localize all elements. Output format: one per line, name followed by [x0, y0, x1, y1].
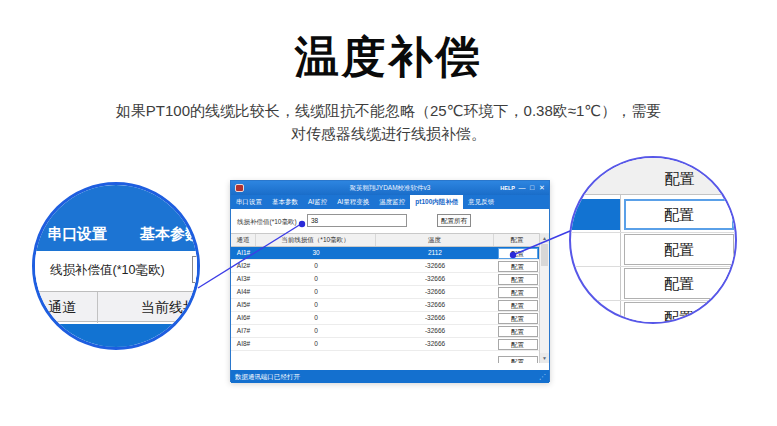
magnified-header-channel: 通道 — [48, 299, 76, 317]
scroll-up-icon[interactable]: ▲ — [540, 233, 549, 243]
header-configure: 配置 — [494, 234, 541, 246]
configure-button[interactable]: 配置 — [498, 248, 538, 259]
table-row-partial[interactable]: 配置 — [231, 351, 541, 363]
tab-basic-params[interactable]: 基本参数 — [267, 195, 303, 209]
header-temperature: 温度 — [376, 234, 494, 246]
cell-temp: 2112 — [376, 247, 494, 259]
magnified-selected-row — [35, 324, 197, 350]
magnified-selected-row-sliver — [571, 199, 620, 230]
cell-temp: -32666 — [376, 312, 494, 324]
loss-compensation-label: 线损补偿值(*10毫欧) — [237, 218, 297, 227]
configure-button[interactable]: 配置 — [498, 287, 538, 298]
table-row[interactable]: AI6# 0 -32666 配置 — [231, 312, 541, 325]
cell-temp: -32666 — [376, 286, 494, 298]
status-resize-grip-icon: ⋰ — [539, 372, 546, 382]
magnified-header-configure: 配置 — [620, 170, 737, 189]
table-row[interactable]: AI8# 0 -32666 配置 — [231, 338, 541, 351]
magnified-configure-button: 配置 — [624, 234, 734, 265]
cell-channel — [231, 351, 256, 363]
row-divider — [571, 266, 735, 267]
status-text: 数据通讯端口已经打开 — [235, 370, 300, 383]
table-row[interactable]: AI3# 0 -32666 配置 — [231, 273, 541, 286]
header-channel: 通道 — [231, 234, 256, 246]
page-title: 温度补偿 — [0, 28, 777, 87]
cell-loss: 0 — [256, 338, 376, 350]
description-line-2: 对传感器线缆进行线损补偿。 — [291, 125, 486, 142]
configure-button[interactable]: 配置 — [498, 326, 538, 337]
channel-table: 通道 当前线损值（*10毫欧） 温度 配置 AI1# 30 2112 配置 AI… — [231, 233, 541, 363]
table-row[interactable]: AI5# 0 -32666 配置 — [231, 299, 541, 312]
tab-ai-monitor[interactable]: AI监控 — [303, 195, 332, 209]
right-magnifier-circle: 配置 配置 配置 配置 配置 — [569, 156, 737, 324]
magnified-tab-bar: 串口设置 基本参数 — [35, 185, 197, 251]
cell-channel: AI7# — [231, 325, 256, 337]
filter-row: 线损补偿值(*10毫欧) 38 配置所有 — [231, 209, 549, 233]
tab-serial-settings[interactable]: 串口设置 — [231, 195, 267, 209]
cell-channel: AI3# — [231, 273, 256, 285]
scroll-down-icon[interactable]: ▼ — [540, 353, 549, 363]
cell-temp — [376, 351, 494, 363]
cell-loss — [256, 351, 376, 363]
cell-loss: 0 — [256, 299, 376, 311]
cell-channel: AI2# — [231, 260, 256, 272]
magnified-tab-serial-settings: 串口设置 — [47, 225, 107, 244]
header-current-loss: 当前线损值（*10毫欧） — [256, 234, 376, 246]
cell-channel: AI5# — [231, 299, 256, 311]
table-row[interactable]: AI2# 0 -32666 配置 — [231, 260, 541, 273]
magnified-configure-button: 配置 — [624, 302, 734, 324]
maximize-button[interactable]: □ — [527, 181, 537, 195]
description-line-1: 如果PT100的线缆比较长，线缆阻抗不能忽略（25℃环境下，0.38欧≈1℃），… — [116, 102, 661, 119]
cell-channel: AI8# — [231, 338, 256, 350]
configure-button[interactable]: 配置 — [498, 356, 538, 363]
table-row[interactable]: AI1# 30 2112 配置 — [231, 247, 541, 260]
minimize-button[interactable]: — — [517, 181, 527, 195]
left-magnifier-circle: 串口设置 基本参数 线损补偿值(*10毫欧) 38 通道 当前线损值 — [32, 182, 200, 350]
close-button[interactable]: ✕ — [537, 181, 547, 195]
title-bar: 聚英翱翔JYDAM校准软件v3 HELP — □ ✕ — [231, 181, 549, 195]
magnified-table-header: 通道 当前线损值 — [35, 291, 197, 322]
magnified-tab-basic-params: 基本参数 — [140, 225, 200, 244]
magnified-header-current-loss: 当前线损值 — [141, 299, 200, 317]
magnified-loss-value: 38 — [197, 261, 200, 277]
cell-temp: -32666 — [376, 338, 494, 350]
page-description: 如果PT100的线缆比较长，线缆阻抗不能忽略（25℃环境下，0.38欧≈1℃），… — [0, 99, 777, 145]
cell-loss: 0 — [256, 260, 376, 272]
configure-button[interactable]: 配置 — [498, 261, 538, 272]
cell-temp: -32666 — [376, 299, 494, 311]
table-row[interactable]: AI7# 0 -32666 配置 — [231, 325, 541, 338]
magnified-configure-header: 配置 — [571, 158, 735, 195]
table-header: 通道 当前线损值（*10毫欧） 温度 配置 — [231, 234, 541, 247]
cell-channel: AI4# — [231, 286, 256, 298]
magnified-configure-button: 配置 — [624, 268, 734, 299]
vertical-scrollbar[interactable]: ▲ ▼ — [539, 233, 549, 363]
page: 温度补偿 如果PT100的线缆比较长，线缆阻抗不能忽略（25℃环境下，0.38欧… — [0, 0, 777, 426]
configure-button[interactable]: 配置 — [498, 339, 538, 350]
cell-channel: AI1# — [231, 247, 256, 259]
tab-ai-range-convert[interactable]: AI量程变换 — [332, 195, 374, 209]
tab-bar: 串口设置 基本参数 AI监控 AI量程变换 温度监控 pt100内阻补偿 意见反… — [231, 195, 549, 209]
magnified-loss-input: 38 — [192, 256, 200, 283]
tab-temperature-monitor[interactable]: 温度监控 — [374, 195, 410, 209]
table-row[interactable]: AI4# 0 -32666 配置 — [231, 286, 541, 299]
cell-temp: -32666 — [376, 325, 494, 337]
loss-compensation-input[interactable]: 38 — [307, 214, 407, 227]
tab-feedback[interactable]: 意见反馈 — [463, 195, 499, 209]
cell-loss: 30 — [256, 247, 376, 259]
help-menu[interactable]: HELP — [500, 181, 515, 195]
configure-all-button[interactable]: 配置所有 — [437, 214, 471, 227]
configure-button[interactable]: 配置 — [498, 300, 538, 311]
tab-pt100-compensation[interactable]: pt100内阻补偿 — [410, 195, 463, 209]
row-divider — [571, 232, 735, 233]
configure-button[interactable]: 配置 — [498, 274, 538, 285]
status-bar: 数据通讯端口已经打开 ⋰ — [231, 370, 549, 383]
cell-loss: 0 — [256, 286, 376, 298]
cell-loss: 0 — [256, 273, 376, 285]
magnified-loss-label: 线损补偿值(*10毫欧) — [50, 262, 165, 279]
scrollbar-thumb[interactable] — [541, 244, 548, 266]
cell-loss: 0 — [256, 312, 376, 324]
configure-button[interactable]: 配置 — [498, 313, 538, 324]
cell-temp: -32666 — [376, 260, 494, 272]
magnified-configure-button: 配置 — [624, 199, 734, 230]
app-window: 聚英翱翔JYDAM校准软件v3 HELP — □ ✕ 串口设置 基本参数 AI监… — [230, 180, 550, 382]
loss-compensation-value: 38 — [311, 217, 318, 224]
